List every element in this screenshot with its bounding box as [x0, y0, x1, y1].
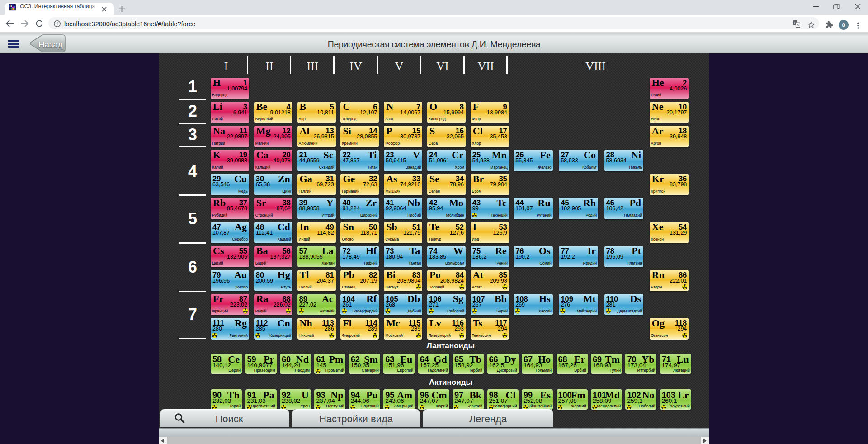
svg-text:H: H: [9, 4, 12, 8]
svg-text:×: ×: [797, 23, 799, 27]
svg-text:0: 0: [842, 22, 845, 28]
